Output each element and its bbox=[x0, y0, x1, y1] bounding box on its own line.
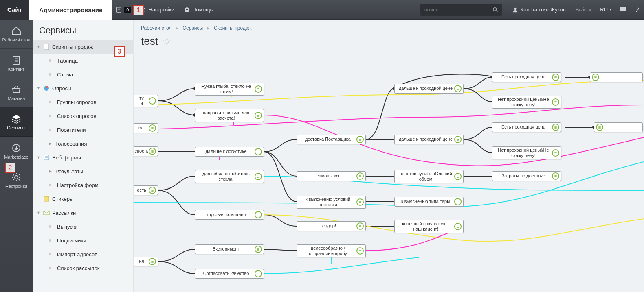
node-menu-icon[interactable] bbox=[255, 270, 262, 277]
node-menu-icon[interactable] bbox=[255, 85, 262, 93]
tree-stickers[interactable]: ▶ Стикеры bbox=[33, 192, 133, 206]
flow-canvas[interactable]: ту и ба! сность ость ия Нужна глыба, сте… bbox=[134, 56, 644, 292]
flow-node[interactable]: самовывоз bbox=[297, 171, 366, 181]
node-menu-icon[interactable] bbox=[356, 247, 364, 255]
tree-mail[interactable]: ▼ Рассылки bbox=[33, 206, 133, 220]
node-menu-icon[interactable] bbox=[255, 211, 262, 218]
rail-marketplace[interactable]: Marketplace bbox=[0, 137, 33, 166]
node-menu-icon[interactable] bbox=[356, 136, 364, 143]
crumb-desktop[interactable]: Рабочий стол bbox=[141, 25, 171, 31]
node-menu-icon[interactable] bbox=[356, 172, 364, 180]
flow-node[interactable]: торговая компания bbox=[195, 210, 264, 220]
flow-node[interactable]: не готов купить бОльший объем bbox=[394, 170, 464, 183]
tree-polls-votes[interactable]: ▶Голосования bbox=[46, 137, 133, 150]
flow-node[interactable]: Тендер! bbox=[297, 221, 366, 231]
node-menu-icon[interactable] bbox=[149, 124, 156, 132]
node-menu-icon[interactable] bbox=[592, 74, 599, 81]
node-menu-icon[interactable] bbox=[356, 222, 364, 230]
node-menu-icon[interactable] bbox=[552, 74, 559, 81]
flow-node[interactable]: Нет проходной цены!/Не скажу цену! bbox=[492, 146, 561, 159]
rail-label: Рабочий стол bbox=[2, 37, 30, 42]
flow-node[interactable]: дальше к проходной цене bbox=[394, 84, 464, 94]
tree-polls-list[interactable]: Список опросов bbox=[46, 109, 133, 123]
notification-counter[interactable]: 0 bbox=[112, 7, 135, 13]
node-menu-icon[interactable] bbox=[596, 124, 603, 131]
rail-desktop[interactable]: Рабочий стол bbox=[0, 20, 33, 49]
flow-node[interactable]: для себя/ потребитель стекла! bbox=[195, 170, 264, 183]
svg-rect-12 bbox=[620, 9, 622, 11]
tree-polls-visitors[interactable]: Посетители bbox=[46, 123, 133, 137]
rail-content[interactable]: Контент bbox=[0, 49, 33, 78]
node-menu-icon[interactable] bbox=[454, 136, 462, 143]
flow-node[interactable]: Согласовать качество bbox=[195, 269, 264, 279]
tree-forms-results[interactable]: ▶Результаты bbox=[46, 164, 133, 178]
rail-store[interactable]: Магазин bbox=[0, 78, 33, 107]
node-menu-icon[interactable] bbox=[149, 187, 156, 194]
flow-node[interactable]: Эксперимент bbox=[195, 244, 264, 254]
search-input[interactable] bbox=[420, 7, 490, 13]
flow-node[interactable]: доставка Поставщика bbox=[297, 135, 366, 144]
node-menu-icon[interactable] bbox=[454, 223, 462, 230]
tree-polls[interactable]: ▼ Опросы bbox=[33, 81, 133, 95]
tree-mail-list[interactable]: Список рассылок bbox=[46, 261, 133, 275]
node-menu-icon[interactable] bbox=[552, 98, 559, 106]
logout-link[interactable]: Выйти bbox=[571, 7, 596, 13]
user-menu[interactable]: Константин Жуков bbox=[508, 7, 571, 13]
node-menu-icon[interactable] bbox=[356, 198, 364, 206]
flow-node[interactable]: Есть проходная цена bbox=[492, 72, 561, 82]
tree-polls-groups[interactable]: Группы опросов bbox=[46, 95, 133, 109]
admin-tab[interactable]: Администрирование bbox=[29, 0, 112, 20]
search-icon[interactable] bbox=[490, 7, 501, 13]
node-menu-icon[interactable] bbox=[149, 258, 156, 265]
grid-button[interactable] bbox=[616, 0, 630, 20]
pin-button[interactable] bbox=[630, 0, 644, 20]
node-menu-icon[interactable] bbox=[149, 148, 156, 155]
flow-node[interactable] bbox=[590, 72, 643, 82]
site-tab[interactable]: Сайт bbox=[0, 0, 29, 20]
tree-forms[interactable]: ▼ Веб-формы bbox=[33, 150, 133, 164]
node-menu-icon[interactable] bbox=[552, 124, 559, 131]
rail-services[interactable]: Сервисы bbox=[0, 107, 33, 137]
node-menu-icon[interactable] bbox=[454, 198, 462, 205]
flow-node[interactable]: сность bbox=[134, 146, 158, 156]
flow-node[interactable]: дальше к логистике bbox=[195, 147, 264, 157]
tree-scripts-scheme[interactable]: Схема bbox=[46, 68, 133, 81]
search-box[interactable] bbox=[420, 4, 502, 16]
flow-node[interactable]: целесообразно / отправляем пробу bbox=[297, 244, 366, 257]
flow-node[interactable] bbox=[594, 122, 643, 132]
flow-node[interactable]: ия bbox=[134, 257, 158, 266]
flow-node[interactable]: дальше к проходной цене bbox=[394, 135, 464, 144]
node-menu-icon[interactable] bbox=[454, 85, 462, 92]
crumb-services[interactable]: Сервисы bbox=[182, 25, 203, 31]
node-menu-icon[interactable] bbox=[255, 112, 262, 119]
node-menu-icon[interactable] bbox=[255, 148, 262, 155]
svg-line-7 bbox=[496, 10, 498, 12]
node-menu-icon[interactable] bbox=[255, 173, 262, 180]
tree-mail-issues[interactable]: Выпуски bbox=[46, 220, 133, 233]
node-menu-icon[interactable] bbox=[552, 149, 559, 157]
language-selector[interactable]: RU ▼ bbox=[596, 7, 616, 13]
flow-node[interactable]: Есть проходная цена bbox=[492, 122, 561, 132]
flow-node[interactable]: Нужна глыба, стекло не хотим! bbox=[195, 83, 264, 96]
flow-node[interactable]: к выяснению условий поставки bbox=[297, 196, 366, 209]
node-menu-icon[interactable] bbox=[454, 173, 462, 180]
help-link[interactable]: ? Помощь bbox=[179, 0, 218, 20]
tree-label: Скрипты продаж bbox=[52, 44, 93, 50]
tree-mail-import[interactable]: Импорт адресов bbox=[46, 247, 133, 261]
flow-node[interactable]: к выяснению типа тары bbox=[394, 197, 464, 207]
crumb-scripts[interactable]: Скрипты продаж bbox=[214, 25, 252, 31]
flow-node[interactable]: направьте письмо для расчета! bbox=[195, 109, 264, 122]
star-icon[interactable]: ☆ bbox=[162, 35, 171, 48]
document-icon bbox=[11, 55, 22, 65]
flow-node[interactable]: Нет проходной цены!/Не скажу цену! bbox=[492, 96, 561, 109]
tree-mail-subs[interactable]: Подписчики bbox=[46, 233, 133, 247]
flow-node[interactable]: ба! bbox=[134, 123, 158, 133]
tree-forms-config[interactable]: Настройка форм bbox=[46, 178, 133, 192]
flow-node[interactable]: конечный покупатель - наш клиент! bbox=[394, 220, 464, 233]
node-menu-icon[interactable] bbox=[149, 97, 156, 105]
flow-node[interactable]: ость bbox=[134, 185, 158, 195]
flow-node[interactable]: Затраты по доставке bbox=[492, 171, 561, 181]
flow-node[interactable]: ту и bbox=[134, 95, 158, 107]
node-menu-icon[interactable] bbox=[255, 246, 262, 253]
node-menu-icon[interactable] bbox=[552, 172, 559, 180]
